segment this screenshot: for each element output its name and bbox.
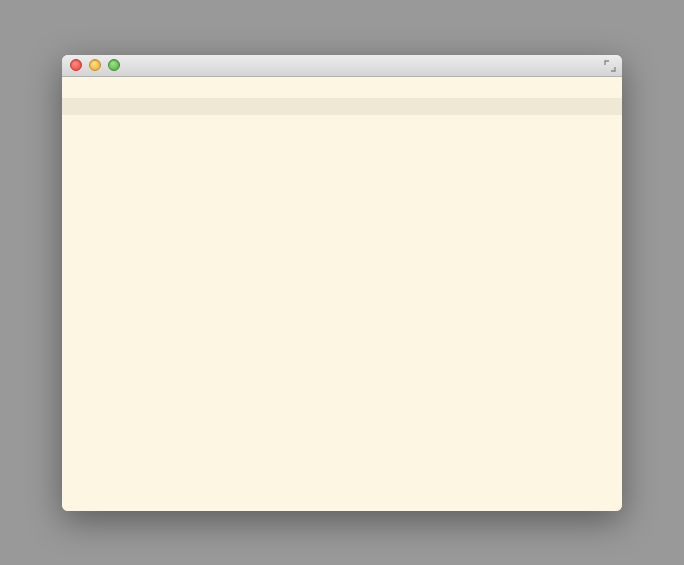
tree-item-bundle[interactable]	[68, 149, 616, 166]
minimize-button[interactable]	[89, 59, 101, 71]
titlebar	[62, 55, 622, 77]
traffic-lights	[70, 59, 120, 71]
fullscreen-icon[interactable]	[604, 60, 616, 72]
zoom-button[interactable]	[108, 59, 120, 71]
cwd-line[interactable]	[62, 98, 622, 115]
editor-viewport[interactable]	[62, 77, 622, 511]
terminal-window	[62, 55, 622, 511]
tree-item-vim[interactable]	[68, 132, 616, 149]
tree-item-ohmyzsh[interactable]	[68, 115, 616, 132]
blank-line	[68, 81, 616, 98]
close-button[interactable]	[70, 59, 82, 71]
